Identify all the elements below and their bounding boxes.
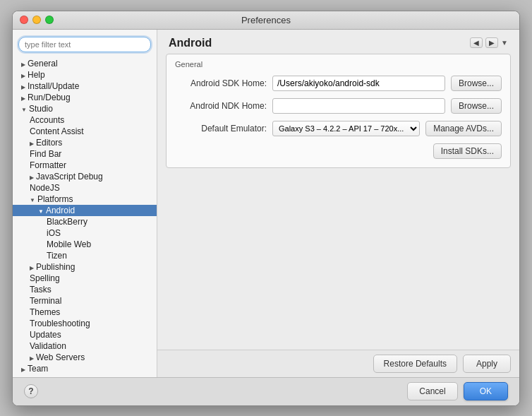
- sidebar-item-blackberry[interactable]: BlackBerry: [13, 216, 157, 227]
- sidebar-item-web-servers[interactable]: Web Servers: [13, 352, 157, 363]
- sdk-home-label: Android SDK Home:: [175, 78, 267, 88]
- emulator-select[interactable]: Galaxy S3 – 4.2.2 – API 17 – 720x...: [272, 121, 420, 136]
- sidebar-item-find-bar[interactable]: Find Bar: [13, 148, 157, 160]
- sidebar-item-validation[interactable]: Validation: [13, 340, 157, 352]
- ndk-home-row: Android NDK Home: Browse...: [175, 98, 502, 114]
- sidebar-item-formatter[interactable]: Formatter: [13, 160, 157, 171]
- ok-button[interactable]: OK: [464, 382, 508, 400]
- sidebar-item-general[interactable]: General: [13, 58, 157, 69]
- sidebar-item-help[interactable]: Help: [13, 69, 157, 81]
- sidebar-item-updates[interactable]: Updates: [13, 329, 157, 340]
- ndk-browse-button[interactable]: Browse...: [451, 98, 502, 114]
- sidebar-item-tasks[interactable]: Tasks: [13, 284, 157, 295]
- nav-dropdown-button[interactable]: ▼: [501, 39, 508, 47]
- sidebar-item-run-debug[interactable]: Run/Debug: [13, 92, 157, 103]
- main-panel: Android ◀ ▶ ▼ General Android SDK Home: …: [157, 30, 519, 377]
- emulator-label: Default Emulator:: [175, 124, 267, 133]
- sidebar-item-install-update[interactable]: Install/Update: [13, 81, 157, 92]
- nav-back-button[interactable]: ◀: [470, 37, 483, 48]
- sidebar-item-mobile-web[interactable]: Mobile Web: [13, 239, 157, 250]
- install-sdks-button[interactable]: Install SDKs...: [433, 143, 502, 159]
- main-spacer: [157, 174, 519, 350]
- sidebar-item-javascript-debug[interactable]: JavaScript Debug: [13, 171, 157, 182]
- bottom-bar: Restore Defaults Apply: [157, 350, 519, 377]
- minimize-button[interactable]: [32, 16, 41, 24]
- sidebar-item-troubleshooting[interactable]: Troubleshooting: [13, 318, 157, 329]
- search-box: [18, 37, 151, 52]
- sidebar-item-content-assist[interactable]: Content Assist: [13, 126, 157, 137]
- page-title: Android: [169, 37, 212, 49]
- sidebar-item-spelling[interactable]: Spelling: [13, 273, 157, 284]
- emulator-row: Default Emulator: Galaxy S3 – 4.2.2 – AP…: [175, 121, 502, 136]
- nav-forward-button[interactable]: ▶: [485, 37, 498, 48]
- ndk-home-label: Android NDK Home:: [175, 101, 267, 111]
- sdk-browse-button[interactable]: Browse...: [451, 76, 502, 91]
- sidebar-item-accounts[interactable]: Accounts: [13, 114, 157, 126]
- main-content: General Help Install/Update Run/Debug St…: [13, 30, 519, 377]
- sidebar-item-publishing[interactable]: Publishing: [13, 261, 157, 273]
- close-button[interactable]: [20, 16, 28, 24]
- general-group: General Android SDK Home: Browse... Andr…: [166, 54, 511, 168]
- sidebar-item-tizen[interactable]: Tizen: [13, 250, 157, 261]
- sidebar-item-team[interactable]: Team: [13, 363, 157, 374]
- help-button[interactable]: ?: [24, 384, 38, 398]
- install-row: Install SDKs...: [175, 143, 502, 159]
- sidebar-item-android[interactable]: Android: [13, 205, 157, 216]
- titlebar-buttons: [20, 16, 54, 24]
- apply-button[interactable]: Apply: [463, 355, 511, 373]
- sidebar-item-themes[interactable]: Themes: [13, 307, 157, 318]
- sidebar-item-ios[interactable]: iOS: [13, 227, 157, 239]
- sdk-home-row: Android SDK Home: Browse...: [175, 76, 502, 91]
- maximize-button[interactable]: [45, 16, 54, 24]
- sidebar-item-terminal[interactable]: Terminal: [13, 295, 157, 307]
- sidebar-item-studio[interactable]: Studio: [13, 103, 157, 114]
- header-controls: ◀ ▶ ▼: [470, 37, 508, 48]
- group-label: General: [175, 60, 502, 69]
- main-header: Android ◀ ▶ ▼: [157, 30, 519, 54]
- window-title: Preferences: [241, 15, 291, 25]
- sidebar-item-nodejs[interactable]: NodeJS: [13, 182, 157, 194]
- search-input[interactable]: [18, 37, 151, 52]
- footer: ? Cancel OK: [13, 377, 519, 405]
- ndk-home-input[interactable]: [272, 98, 445, 114]
- preferences-window: Preferences General Help Install/Update …: [12, 11, 520, 406]
- titlebar: Preferences: [13, 11, 519, 30]
- cancel-button[interactable]: Cancel: [407, 382, 457, 400]
- sidebar-item-editors[interactable]: Editors: [13, 137, 157, 148]
- manage-avds-button[interactable]: Manage AVDs...: [425, 121, 502, 136]
- sidebar-item-platforms[interactable]: Platforms: [13, 194, 157, 205]
- footer-right: Cancel OK: [407, 382, 508, 400]
- sdk-home-input[interactable]: [272, 76, 445, 91]
- restore-defaults-button[interactable]: Restore Defaults: [373, 355, 457, 373]
- sidebar: General Help Install/Update Run/Debug St…: [13, 30, 157, 377]
